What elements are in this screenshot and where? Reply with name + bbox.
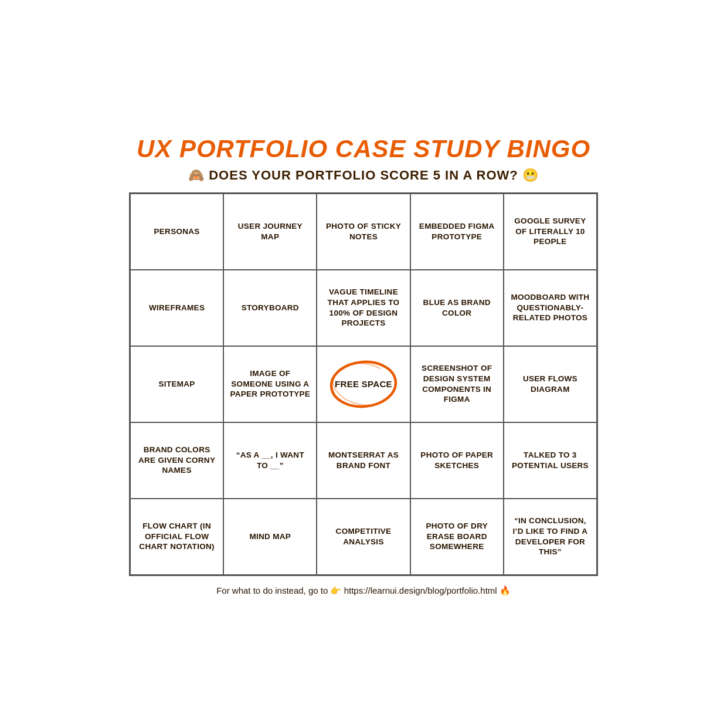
bingo-cell-r4c1: BRAND COLORS ARE GIVEN CORNY NAMES	[130, 422, 223, 499]
bingo-cell-r5c3: COMPETITIVE ANALYSIS	[317, 499, 410, 575]
subtitle: 🙈 DOES YOUR PORTFOLIO SCORE 5 IN A ROW? …	[129, 168, 598, 192]
bingo-cell-r3c1: SITEMAP	[130, 346, 223, 422]
bingo-cell-r2c3: VAGUE TIMELINE THAT APPLIES TO 100% OF D…	[317, 270, 410, 346]
bingo-cell-r2c1: WIREFRAMES	[130, 270, 223, 346]
footer-text: For what to do instead, go to 👉 https://…	[129, 576, 598, 605]
main-title: UX PORTFOLIO CASE STUDY BINGO	[129, 123, 598, 168]
subtitle-text: DOES YOUR PORTFOLIO SCORE 5 IN A ROW?	[209, 168, 518, 182]
bingo-cell-r1c3: PHOTO OF STICKY NOTES	[317, 194, 410, 270]
bingo-cell-r2c4: BLUE AS BRAND COLOR	[410, 270, 504, 346]
bingo-cell-r4c2: “AS A __, I WANT TO __”	[223, 422, 317, 499]
bingo-cell-r1c4: EMBEDDED FIGMA PROTOTYPE	[410, 194, 504, 270]
bingo-cell-r5c5: “IN CONCLUSION, I’D LIKE TO FIND A DEVEL…	[504, 499, 597, 575]
bingo-cell-r3c2: IMAGE OF SOMEONE USING A PAPER PROTOTYPE	[223, 346, 317, 422]
free-space-label: FREE SPACE	[335, 378, 392, 390]
bingo-cell-r3c5: USER FLOWS DIAGRAM	[504, 346, 597, 422]
subtitle-emoji-right: 😬	[522, 168, 539, 182]
bingo-cell-r4c5: TALKED TO 3 POTENTIAL USERS	[504, 422, 597, 499]
page-container: UX PORTFOLIO CASE STUDY BINGO 🙈 DOES YOU…	[129, 123, 598, 605]
bingo-cell-r3c4: SCREENSHOT OF DESIGN SYSTEM COMPONENTS I…	[410, 346, 504, 422]
bingo-cell-r2c2: STORYBOARD	[223, 270, 317, 346]
bingo-cell-r5c1: FLOW CHART (IN OFFICIAL FLOW CHART NOTAT…	[130, 499, 223, 575]
bingo-cell-r5c2: MIND MAP	[223, 499, 317, 575]
bingo-cell-r5c4: PHOTO OF DRY ERASE BOARD SOMEWHERE	[410, 499, 504, 575]
bingo-grid: PERSONASUSER JOURNEY MAPPHOTO OF STICKY …	[129, 192, 598, 576]
bingo-cell-r4c3: MONTSERRAT AS BRAND FONT	[317, 422, 410, 499]
bingo-cell-r2c5: MOODBOARD WITH QUESTIONABLY-RELATED PHOT…	[504, 270, 597, 346]
bingo-cell-r1c2: USER JOURNEY MAP	[223, 194, 317, 270]
subtitle-emoji-left: 🙈	[188, 168, 205, 182]
bingo-cell-r4c4: PHOTO OF PAPER SKETCHES	[410, 422, 504, 499]
bingo-cell-r3c3: FREE SPACE	[317, 346, 410, 422]
bingo-cell-r1c1: PERSONAS	[130, 194, 223, 270]
bingo-cell-r1c5: GOOGLE SURVEY OF LITERALLY 10 PEOPLE	[504, 194, 597, 270]
